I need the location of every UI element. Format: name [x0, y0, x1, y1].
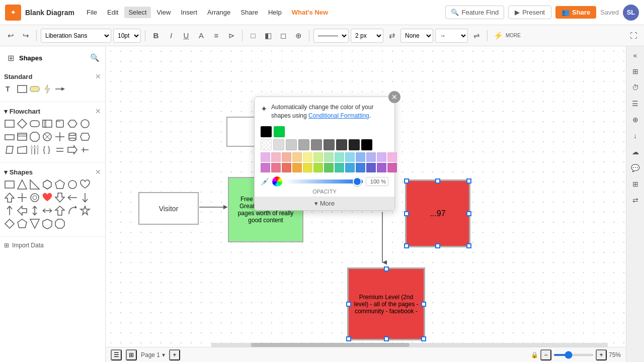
swatch-green2[interactable] [324, 163, 334, 172]
right-panel-tags[interactable]: ↓ [628, 129, 642, 143]
fc-xcircle[interactable] [42, 131, 53, 142]
fc-plus[interactable] [54, 131, 65, 142]
swatch-lightperiwinkle[interactable] [366, 152, 376, 162]
right-panel-layers[interactable]: ⊕ [628, 113, 642, 127]
font-family-select[interactable]: Liberation Sans [41, 29, 111, 43]
import-data-button[interactable]: ⊞ Import Data [0, 239, 105, 252]
user-avatar[interactable]: SL [623, 5, 639, 21]
sh-star[interactable] [79, 205, 91, 216]
swatch-gray5[interactable] [324, 139, 335, 150]
swatch-gray8[interactable] [361, 139, 372, 150]
right-panel-cloud[interactable]: ☁ [628, 145, 642, 159]
swatch-gray6[interactable] [336, 139, 347, 150]
fc-rect3[interactable] [4, 131, 15, 142]
zoom-slider[interactable] [553, 354, 594, 356]
fc-oct[interactable] [29, 131, 40, 142]
lightning-button[interactable]: ⚡ [492, 29, 505, 42]
present-button[interactable]: ▶ Present [508, 6, 551, 19]
menu-help[interactable]: Help [264, 7, 286, 18]
align-left-button[interactable]: ≡ [210, 29, 223, 42]
shape-outline-button[interactable]: □ [247, 29, 260, 42]
swatch-lightlime[interactable] [313, 152, 323, 162]
swatch-gray4[interactable] [311, 139, 322, 150]
sh-tri2[interactable] [29, 218, 40, 229]
right-panel-grid[interactable]: ⊞ [628, 177, 642, 191]
swatch-teal[interactable] [335, 163, 344, 172]
menu-whatsnew[interactable]: What's New [288, 7, 332, 18]
swatch-lightmint[interactable] [335, 152, 344, 162]
italic-button[interactable]: I [165, 29, 178, 42]
sh-heart2[interactable] [42, 192, 53, 203]
sh-darr[interactable] [54, 192, 65, 203]
fc-io[interactable] [4, 144, 15, 155]
swatch-lightblue[interactable] [356, 152, 365, 162]
sh-curvedarr[interactable] [67, 205, 78, 216]
shape-text[interactable]: T [4, 83, 15, 95]
sh-pent2[interactable] [17, 218, 28, 229]
canvas-area[interactable]: Men... Visitor Free Level (Lots of Great… [106, 46, 626, 362]
menu-insert[interactable]: Insert [177, 7, 202, 18]
more-colors-button[interactable]: ▾ More [255, 197, 394, 210]
fc-rect[interactable] [4, 118, 15, 129]
swatch-blue[interactable] [356, 163, 365, 172]
opacity-thumb[interactable] [353, 177, 362, 186]
fc-diamond[interactable] [17, 118, 28, 129]
grid-view-button[interactable]: ⊞ [126, 349, 137, 360]
swatch-green[interactable] [274, 126, 285, 137]
fc-cylinder[interactable] [67, 131, 78, 142]
sh-crossarr[interactable] [17, 192, 28, 203]
page-dropdown-icon[interactable]: ▾ [162, 351, 165, 358]
canvas-scrollbar-thumb[interactable] [251, 343, 410, 347]
fc-hex[interactable] [67, 118, 78, 129]
fc-rect4[interactable] [17, 131, 28, 142]
swatch-lightpink[interactable] [271, 152, 281, 162]
line-style-select[interactable]: ───── [313, 29, 349, 43]
fc-arrow2[interactable] [67, 144, 78, 155]
sh-udarr[interactable] [29, 205, 40, 216]
swatch-indigo[interactable] [366, 163, 376, 172]
swatch-lightpurple[interactable] [261, 152, 270, 162]
sh-rtri[interactable] [29, 179, 40, 190]
sh-oct[interactable] [54, 218, 65, 229]
right-panel-time[interactable]: ⏱ [628, 80, 642, 95]
canvas[interactable]: Men... Visitor Free Level (Lots of Great… [106, 46, 626, 362]
swatch-skyblue[interactable] [345, 163, 355, 172]
swatch-magenta[interactable] [387, 163, 397, 172]
menu-share[interactable]: Share [236, 7, 262, 18]
right-panel-format[interactable]: ⊞ [628, 64, 642, 78]
right-panel-table[interactable]: ☰ [628, 97, 642, 111]
fc-eq[interactable] [54, 144, 65, 155]
end-arrow-select[interactable]: → [435, 29, 468, 43]
swap-arrow-button[interactable]: ⇌ [470, 29, 483, 42]
fc-scroll[interactable] [54, 118, 65, 129]
font-size-select[interactable]: 10pt [113, 29, 141, 43]
swatch-transparent[interactable] [261, 139, 272, 150]
menu-view[interactable]: View [153, 7, 175, 18]
sh-larr2[interactable] [17, 205, 28, 216]
waypoint-button[interactable]: ⇄ [385, 29, 398, 42]
undo-button[interactable]: ↩ [4, 29, 17, 42]
sh-circle2[interactable] [29, 192, 40, 203]
color-wheel[interactable] [272, 176, 282, 187]
fc-circle[interactable] [79, 118, 91, 129]
fc-rect2[interactable] [42, 118, 53, 129]
redo-button[interactable]: ↪ [19, 29, 32, 42]
swatch-gray7[interactable] [349, 139, 360, 150]
swatch-lightgreen[interactable] [324, 152, 334, 162]
shape-visitor[interactable]: Visitor [138, 192, 199, 225]
menu-arrange[interactable]: Arrange [203, 7, 234, 18]
sh-hex[interactable] [42, 179, 53, 190]
swatch-orange[interactable] [292, 163, 302, 172]
sh-vertarr[interactable] [54, 205, 65, 216]
swatch-gray1[interactable] [273, 139, 284, 150]
sh-diamond2[interactable] [4, 218, 15, 229]
right-panel-arrows[interactable]: ⇄ [628, 193, 642, 207]
menu-select[interactable]: Select [124, 7, 150, 18]
canvas-scrollbar[interactable] [211, 343, 608, 347]
swatch-lightyellow[interactable] [303, 152, 312, 162]
line-color-button[interactable]: ◻ [277, 29, 290, 42]
swatch-lightsalmon[interactable] [282, 152, 291, 162]
menu-edit[interactable]: Edit [103, 7, 122, 18]
swatch-pink[interactable] [271, 163, 281, 172]
sh-lrarr[interactable] [42, 205, 53, 216]
